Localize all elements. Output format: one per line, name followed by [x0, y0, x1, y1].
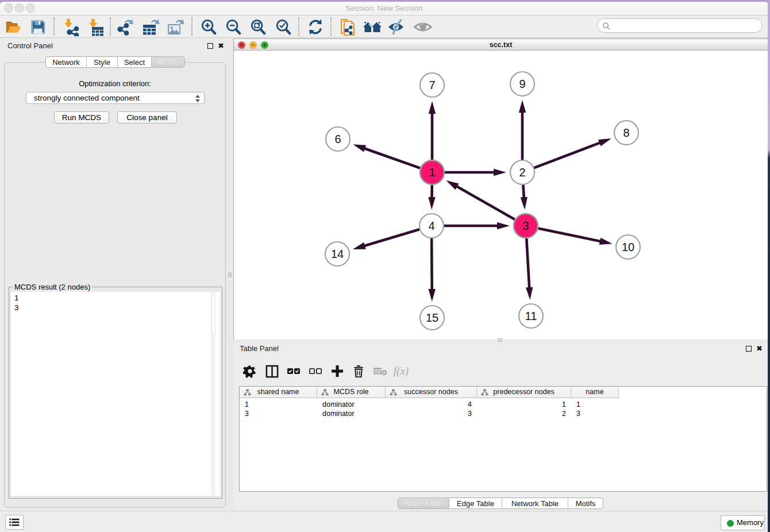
table-cell[interactable]: 1 [571, 400, 619, 409]
column-header-MCDS-role[interactable]: MCDS role [317, 387, 386, 398]
svg-text:11: 11 [525, 310, 537, 322]
function-builder-icon[interactable]: f(x) [392, 363, 410, 380]
export-table-icon[interactable] [140, 18, 161, 36]
export-image-icon[interactable] [165, 18, 186, 36]
node-8[interactable]: 8 [614, 121, 638, 145]
network-canvas[interactable]: 7968124314101511 [234, 51, 768, 340]
edge-3-1[interactable] [446, 180, 515, 219]
table-row[interactable]: 3dominator323 [240, 409, 619, 418]
memory-label: Memory [737, 518, 764, 527]
column-header-predecessor-nodes[interactable]: predecessor nodes [477, 387, 571, 398]
show-all-icon[interactable] [413, 18, 433, 36]
toolbar-separator [110, 17, 111, 36]
criterion-select[interactable]: strongly connected component [26, 92, 205, 104]
column-header-successor-nodes[interactable]: successor nodes [386, 387, 477, 398]
search-input[interactable] [613, 20, 756, 31]
node-11[interactable]: 11 [519, 304, 543, 328]
table-cell[interactable]: 3 [571, 409, 619, 418]
node-15[interactable]: 15 [420, 306, 444, 330]
node-3[interactable]: 3 [514, 214, 538, 238]
table-cell[interactable]: dominator [317, 409, 386, 418]
control-panel-float-icon[interactable] [207, 43, 213, 49]
first-neighbors-icon[interactable] [362, 18, 383, 36]
delete-table-icon[interactable] [371, 363, 388, 380]
result-scrollbar[interactable] [211, 292, 215, 495]
run-mcds-button[interactable]: Run MCDS [54, 111, 109, 124]
table-cell[interactable]: 4 [386, 400, 477, 409]
svg-text:14: 14 [331, 248, 344, 260]
node-1[interactable]: 1 [420, 160, 444, 184]
tab-select[interactable]: Select [118, 56, 152, 68]
edge-2-3[interactable] [521, 185, 528, 210]
open-file-icon[interactable] [2, 18, 23, 36]
splitter-handle[interactable] [228, 272, 232, 277]
node-7[interactable]: 7 [420, 73, 444, 97]
node-6[interactable]: 6 [326, 127, 350, 151]
table-cell[interactable]: 2 [477, 409, 571, 418]
table-cell[interactable]: 1 [240, 400, 317, 409]
edge-1-4[interactable] [428, 185, 435, 210]
node-2[interactable]: 2 [510, 160, 534, 184]
vertical-splitter[interactable] [226, 38, 233, 511]
table-cell[interactable]: dominator [317, 400, 386, 409]
edge-1-2[interactable] [445, 169, 506, 176]
tab-style[interactable]: Style [87, 56, 118, 68]
task-history-button[interactable] [5, 515, 24, 530]
control-panel: Control Panel ✖ Optimization criterion: … [0, 38, 226, 511]
edge-1-6[interactable] [353, 144, 420, 168]
column-settings-icon[interactable] [241, 363, 259, 380]
table-row[interactable]: 1dominator411 [240, 400, 619, 409]
column-layout-icon[interactable] [263, 363, 280, 380]
zoom-selected-icon[interactable] [273, 18, 294, 36]
import-network-icon[interactable] [60, 18, 81, 36]
memory-button[interactable]: Memory [721, 515, 765, 530]
tab-motifs[interactable]: Motifs [568, 498, 603, 509]
unselect-all-columns-icon[interactable] [307, 363, 324, 380]
apply-layout-icon[interactable] [305, 18, 326, 36]
node-14[interactable]: 14 [325, 242, 349, 266]
node-10[interactable]: 10 [616, 235, 640, 259]
select-all-columns-icon[interactable] [285, 363, 302, 380]
column-header-shared-name[interactable]: shared name [240, 387, 317, 398]
tab-edge-table[interactable]: Edge Table [449, 498, 502, 509]
import-table-icon[interactable] [85, 18, 106, 36]
toolbar-separator [330, 17, 332, 36]
save-session-icon[interactable] [28, 18, 48, 36]
table-panel-close-icon[interactable]: ✖ [756, 344, 763, 353]
network-frame-titlebar[interactable]: scc.txt [234, 39, 768, 51]
edge-1-7[interactable] [429, 101, 436, 160]
edge-4-14[interactable] [353, 229, 419, 249]
delete-row-icon[interactable] [350, 363, 367, 380]
zoom-fit-icon[interactable] [248, 18, 268, 36]
table-cell[interactable]: 3 [240, 409, 317, 418]
column-header-name[interactable]: name [571, 387, 619, 398]
tab-network-table[interactable]: Network Table [502, 498, 568, 509]
edge-2-8[interactable] [534, 138, 611, 168]
svg-text:9: 9 [519, 78, 525, 90]
edge-4-15[interactable] [428, 238, 435, 302]
tab-network[interactable]: Network [45, 56, 87, 68]
tab-node-table[interactable]: Node Table [398, 498, 449, 509]
zoom-in-icon[interactable] [198, 18, 219, 36]
mcds-tab-pane: Optimization criterion: strongly connect… [4, 62, 226, 508]
hide-selected-icon[interactable] [386, 18, 407, 36]
edge-2-9[interactable] [519, 100, 526, 160]
node-4[interactable]: 4 [419, 214, 444, 238]
table-panel-float-icon[interactable] [746, 346, 752, 352]
add-row-icon[interactable] [329, 363, 346, 380]
control-panel-close-icon[interactable]: ✖ [218, 41, 224, 51]
node-9[interactable]: 9 [510, 72, 534, 96]
close-panel-button[interactable]: Close panel [117, 111, 177, 124]
network-snapshot-icon[interactable] [337, 18, 358, 36]
result-scrollbar-thumb[interactable] [211, 293, 215, 335]
edge-3-10[interactable] [538, 228, 613, 244]
table-cell[interactable]: 3 [386, 409, 477, 418]
tab-mcds[interactable]: MCDS [152, 56, 185, 68]
mcds-result-list[interactable]: 1 3 [11, 292, 220, 496]
table-cell[interactable]: 1 [477, 400, 571, 409]
zoom-out-icon[interactable] [223, 18, 244, 36]
column-tree-icon [244, 389, 251, 396]
export-network-icon[interactable] [116, 18, 136, 36]
edge-4-3[interactable] [444, 222, 510, 229]
edge-3-11[interactable] [526, 238, 533, 300]
